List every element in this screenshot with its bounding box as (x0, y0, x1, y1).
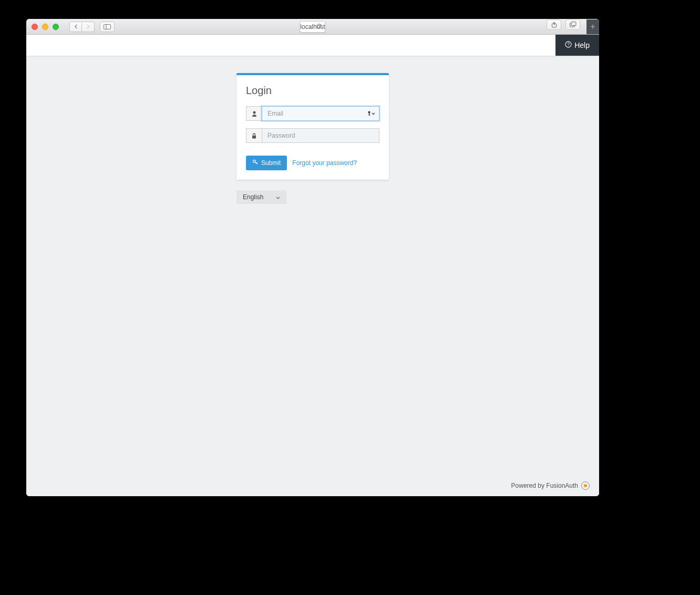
key-icon (252, 159, 258, 167)
help-icon: ? (565, 41, 572, 49)
browser-window: localhost + ? Help (26, 19, 599, 496)
help-label: Help (574, 41, 590, 49)
login-title: Login (246, 85, 379, 97)
submit-button[interactable]: Submit (246, 156, 287, 170)
powered-by-text: Powered by FusionAuth (511, 482, 578, 489)
back-button[interactable] (69, 22, 82, 32)
traffic-lights (32, 24, 59, 30)
svg-point-7 (253, 111, 255, 114)
login-container: Login (236, 73, 389, 204)
share-button[interactable] (547, 19, 561, 30)
email-input[interactable] (262, 106, 379, 121)
submit-label: Submit (261, 159, 281, 167)
page-content: ? Help Login (26, 35, 599, 496)
language-selected: English (243, 193, 263, 201)
svg-rect-11 (252, 136, 256, 139)
svg-rect-4 (571, 22, 576, 26)
fusionauth-logo-icon (581, 481, 590, 490)
keychain-icon[interactable] (367, 111, 375, 116)
reload-icon[interactable] (316, 23, 322, 30)
right-toolbar: + (547, 19, 594, 34)
app-top-bar: ? Help (26, 35, 599, 56)
svg-text:?: ? (567, 42, 570, 47)
forgot-password-link[interactable]: Forgot your password? (292, 159, 357, 167)
svg-rect-9 (369, 113, 369, 116)
sidebar-toggle-button[interactable] (100, 22, 115, 32)
footer: Powered by FusionAuth (511, 481, 590, 490)
window-maximize-button[interactable] (53, 24, 59, 30)
password-input-group (246, 128, 379, 143)
window-close-button[interactable] (32, 24, 38, 30)
nav-buttons (69, 22, 95, 32)
tabs-button[interactable] (565, 19, 580, 30)
login-card: Login (236, 73, 389, 180)
svg-point-12 (253, 160, 255, 162)
svg-rect-10 (369, 115, 370, 115)
forward-button[interactable] (82, 22, 95, 32)
new-tab-button[interactable]: + (586, 19, 599, 34)
chevron-down-icon (276, 193, 280, 201)
browser-chrome: localhost + (26, 19, 599, 35)
form-actions: Submit Forgot your password? (246, 156, 379, 170)
url-bar[interactable]: localhost (300, 21, 325, 33)
user-icon (246, 106, 262, 121)
window-minimize-button[interactable] (42, 24, 48, 30)
svg-point-8 (368, 111, 370, 114)
svg-rect-0 (104, 24, 111, 29)
language-select[interactable]: English (236, 190, 286, 204)
lock-icon (246, 128, 262, 143)
email-input-group (246, 106, 379, 121)
help-button[interactable]: ? Help (555, 35, 599, 56)
password-input[interactable] (262, 128, 379, 143)
